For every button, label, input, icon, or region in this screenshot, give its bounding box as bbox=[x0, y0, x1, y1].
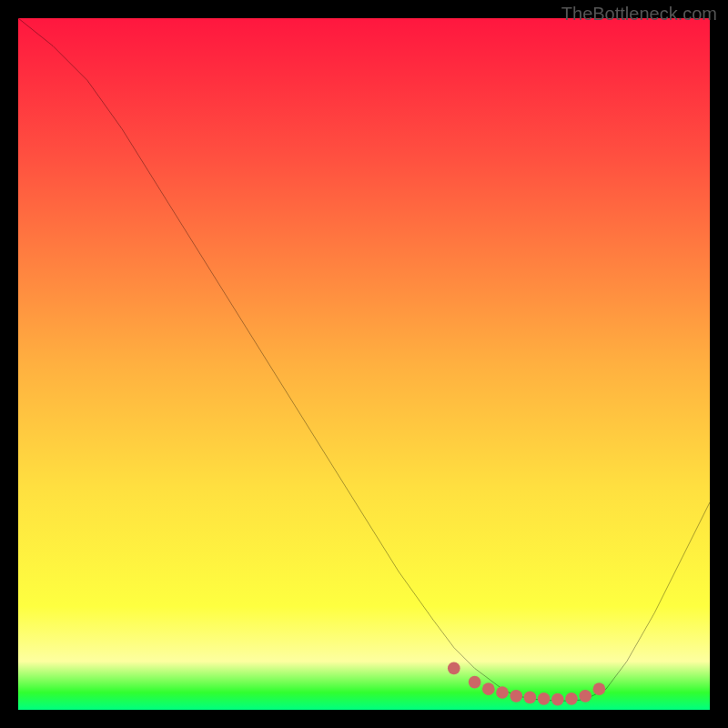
dot bbox=[551, 693, 564, 706]
dot bbox=[538, 693, 551, 705]
dot bbox=[448, 662, 460, 675]
watermark-text: TheBottleneck.com bbox=[561, 4, 717, 25]
dot bbox=[469, 676, 481, 689]
plot-area bbox=[18, 18, 710, 710]
dot bbox=[496, 686, 509, 699]
dot bbox=[579, 690, 592, 703]
dot bbox=[565, 693, 578, 705]
dot bbox=[510, 690, 522, 703]
dot bbox=[482, 682, 495, 695]
dot bbox=[524, 691, 537, 703]
highlight-dots bbox=[18, 18, 710, 710]
dot bbox=[593, 682, 606, 695]
